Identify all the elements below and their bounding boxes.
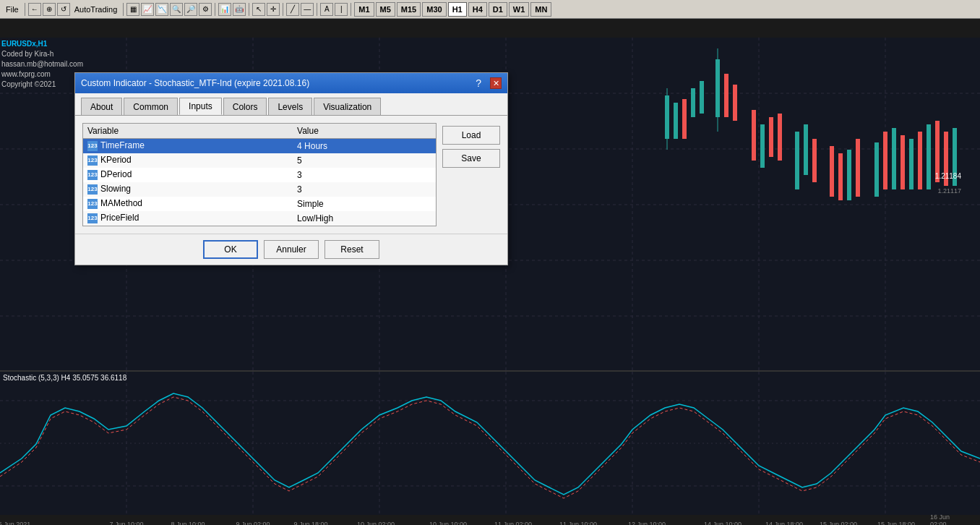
table-row[interactable]: 123Slowing3 (83, 182, 436, 197)
tab-colors[interactable]: Colors (223, 98, 267, 115)
table-row[interactable]: 123TimeFrame4 Hours (83, 139, 436, 153)
toolbar-period-m30[interactable]: M30 (422, 2, 446, 17)
dialog-body: Variable Value 123TimeFrame4 Hours123KPe… (75, 116, 507, 234)
params-table: Variable Value 123TimeFrame4 Hours123KPe… (82, 123, 437, 226)
save-button[interactable]: Save (442, 149, 500, 168)
toolbar-icon-2[interactable]: ⊕ (43, 3, 56, 16)
toolbar-period-mn[interactable]: MN (530, 2, 551, 17)
toolbar-zoom-out[interactable]: 🔎 (184, 3, 197, 16)
dialog-tabs: About Common Inputs Colors Levels Visual… (75, 93, 507, 116)
toolbar-text-a[interactable]: A (320, 3, 333, 16)
tab-visualization[interactable]: Visualization (314, 98, 381, 115)
table-cell-variable: 123DPeriod (83, 168, 293, 182)
dialog-footer: OK Annuler Reset (75, 234, 507, 265)
dialog-titlebar-right: ? ✕ (476, 77, 502, 89)
toolbar-zoom-in[interactable]: 🔍 (170, 3, 183, 16)
table-row[interactable]: 123MAMethodSimple (83, 197, 436, 211)
dialog: Custom Indicator - Stochastic_MTF-Ind (e… (74, 72, 508, 265)
cancel-button[interactable]: Annuler (264, 240, 319, 259)
table-cell-variable: 123MAMethod (83, 197, 293, 211)
toolbar-autotrading[interactable]: AutoTrading (72, 1, 121, 17)
toolbar-period-h1[interactable]: H1 (448, 2, 467, 17)
load-button[interactable]: Load (442, 126, 500, 145)
toolbar-sep-6 (317, 3, 317, 16)
table-cell-value: 3 (293, 168, 436, 182)
row-type-icon: 123 (87, 170, 98, 180)
tab-about[interactable]: About (81, 98, 122, 115)
table-cell-variable: 123KPeriod (83, 153, 293, 168)
toolbar-period-m5[interactable]: M5 (376, 2, 395, 17)
toolbar-period-sep[interactable]: | (335, 3, 348, 16)
toolbar-cursor[interactable]: ↖ (252, 3, 265, 16)
toolbar-sep-5 (283, 3, 283, 16)
toolbar-icon-3[interactable]: ↺ (57, 3, 70, 16)
toolbar-chart-line[interactable]: 📈 (141, 3, 154, 16)
toolbar-crosshair[interactable]: ✛ (267, 3, 280, 16)
table-cell-value: Simple (293, 197, 436, 211)
dialog-help-icon[interactable]: ? (476, 77, 481, 89)
col-variable-header: Variable (83, 124, 293, 139)
toolbar-sep-3 (215, 3, 215, 16)
row-type-icon: 123 (87, 184, 98, 195)
dialog-overlay: Custom Indicator - Stochastic_MTF-Ind (e… (0, 19, 980, 525)
col-value-header: Value (293, 124, 436, 139)
ok-button[interactable]: OK (203, 240, 258, 259)
dialog-titlebar: Custom Indicator - Stochastic_MTF-Ind (e… (75, 73, 507, 93)
row-type-icon: 123 (87, 141, 98, 151)
toolbar-sep-2 (123, 3, 124, 16)
toolbar-period-h4[interactable]: H4 (468, 2, 487, 17)
toolbar-sep-7 (351, 3, 351, 16)
tab-levels[interactable]: Levels (268, 98, 312, 115)
tab-inputs[interactable]: Inputs (179, 98, 222, 115)
reset-button[interactable]: Reset (324, 240, 379, 259)
row-type-icon: 123 (87, 155, 98, 166)
toolbar: File ← ⊕ ↺ AutoTrading ▦ 📈 📉 🔍 🔎 ⚙ 📊 🤖 ↖… (0, 0, 980, 19)
table-header-row: Variable Value (83, 124, 436, 139)
dialog-title: Custom Indicator - Stochastic_MTF-Ind (e… (81, 78, 309, 88)
table-cell-value: Low/High (293, 211, 436, 226)
toolbar-file[interactable]: File (3, 1, 22, 17)
row-type-icon: 123 (87, 199, 98, 209)
table-cell-variable: 123PriceField (83, 211, 293, 226)
table-cell-variable: 123Slowing (83, 182, 293, 197)
side-buttons: Load Save (442, 123, 500, 226)
toolbar-sep-4 (249, 3, 249, 16)
toolbar-expert[interactable]: 🤖 (233, 3, 246, 16)
toolbar-period-d1[interactable]: D1 (489, 2, 507, 17)
toolbar-period-w1[interactable]: W1 (509, 2, 530, 17)
tab-common[interactable]: Common (124, 98, 178, 115)
toolbar-period-m15[interactable]: M15 (397, 2, 421, 17)
table-row[interactable]: 123DPeriod3 (83, 168, 436, 182)
params-table-inner: Variable Value 123TimeFrame4 Hours123KPe… (83, 124, 436, 226)
toolbar-icon-1[interactable]: ← (28, 3, 41, 16)
toolbar-period-m1[interactable]: M1 (354, 2, 374, 17)
dialog-close-button[interactable]: ✕ (490, 77, 502, 89)
table-row[interactable]: 123KPeriod5 (83, 153, 436, 168)
toolbar-line[interactable]: ╱ (286, 3, 299, 16)
toolbar-chart-bar[interactable]: ▦ (126, 3, 139, 16)
table-cell-value: 4 Hours (293, 139, 436, 153)
toolbar-indicator[interactable]: 📊 (218, 3, 231, 16)
table-row[interactable]: 123PriceFieldLow/High (83, 211, 436, 226)
toolbar-properties[interactable]: ⚙ (199, 3, 212, 16)
toolbar-hline[interactable]: — (301, 3, 314, 16)
table-cell-value: 5 (293, 153, 436, 168)
params-tbody: 123TimeFrame4 Hours123KPeriod5123DPeriod… (83, 139, 436, 226)
row-type-icon: 123 (87, 213, 98, 223)
table-cell-value: 3 (293, 182, 436, 197)
table-cell-variable: 123TimeFrame (83, 139, 293, 153)
toolbar-sep-1 (25, 3, 25, 16)
toolbar-chart-area[interactable]: 📉 (155, 3, 168, 16)
